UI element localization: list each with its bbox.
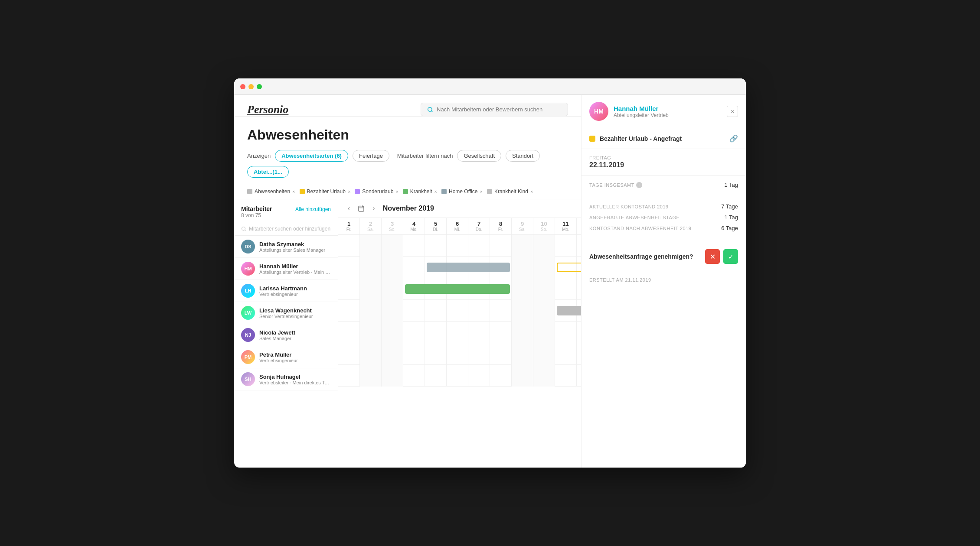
larissa-krankheit-bar[interactable] [405,284,510,294]
avatar-datha: DS [241,240,255,254]
avatar-hannah: HM [241,262,255,276]
employee-row-liesa[interactable]: LW Liesa Wagenknecht Senior Vertriebsing… [234,302,338,324]
employee-search-placeholder: Mitarbeiter suchen oder hinzufügen [249,226,330,232]
calendar-days-header: 1Fr. 2Sa. 3So. 4Mo. 5Di. 6Mi. 7Do. 8Fr. … [338,218,581,235]
cal-cell-datha-3 [382,235,403,257]
chip-krankheit: Krankheit × [403,188,437,195]
liesa-abwesenheit-bar[interactable] [557,306,581,315]
emp-name-larissa: Larissa Hartmann [259,285,331,292]
panel-date-label: Freitag [589,155,738,160]
avatar-larissa: LH [241,284,255,298]
employee-list-count: 8 von 75 [241,212,272,218]
emp-name-datha: Datha Szymanek [259,241,331,247]
cal-cell-datha-1 [338,235,360,257]
absence-type-indicator [589,136,595,142]
cal-day-3: 3So. [382,218,403,234]
chip-home-office: Home Office × [441,188,483,195]
chip-home-office-remove[interactable]: × [480,189,482,194]
cal-day-7: 7Do. [468,218,490,234]
employee-row-larissa[interactable]: LH Larissa Hartmann Vertriebsingenieur [234,280,338,302]
emp-role-liesa: Senior Vertriebsingenieur [259,314,331,319]
avatar-nicola: NJ [241,328,255,342]
employee-row-hannah[interactable]: HM Hannah Müller Abteilungsleiter Vertri… [234,258,338,280]
feiertage-filter[interactable]: Feiertage [353,150,389,162]
search-icon [427,107,433,113]
abteilung-filter[interactable]: Abtei...(1... [247,166,289,178]
approve-button[interactable]: ✓ [723,249,738,264]
employee-row-nicola[interactable]: NJ Nicola Jewett Sales Manager [234,324,338,346]
calendar-next-button[interactable]: › [370,204,377,213]
emp-info-hannah: Hannah Müller Abteilungsleiter Vertrieb … [259,263,331,275]
panel-avatar: HM [589,102,608,121]
cal-day-9: 9Sa. [512,218,533,234]
tage-insgesamt-value: 1 Tag [724,182,738,188]
link-icon[interactable]: 🔗 [729,134,738,143]
calendar-icon[interactable] [358,205,365,212]
emp-role-hannah: Abteilungsleiter Vertrieb · Mein dire... [259,270,331,275]
emp-info-datha: Datha Szymanek Abteilungsleiter Sales Ma… [259,241,331,253]
svg-point-1 [242,227,245,231]
abwesenheitsarten-filter[interactable]: Abwesenheitsarten (6) [275,150,348,162]
maximize-window-button[interactable] [257,84,262,89]
chip-bezahlter-urlaub-remove[interactable]: × [348,189,350,194]
approve-label: Abwesenheitsanfrage genehmigen? [589,253,693,260]
gesellschaft-filter[interactable]: Gesellschaft [457,150,501,162]
search-input[interactable] [437,106,562,113]
app-window: Personio Abwesenheiten Anzeigen Abwesenh… [234,78,746,468]
hannah-home-office-bar[interactable] [427,263,510,272]
panel-close-button[interactable]: × [727,106,738,117]
search-bar[interactable] [421,103,568,116]
panel-absence-type: Bezahlter Urlaub - Angefragt 🔗 [581,128,746,149]
chip-abwesenheiten-remove[interactable]: × [292,189,295,194]
chip-krankheit-remove[interactable]: × [434,189,437,194]
panel-employee-info: Hannah Müller Abteilungsleiter Vertrieb [614,105,669,118]
employee-row-sonja[interactable]: SH Sonja Hufnagel Vertriebsleiter · Mein… [234,368,338,390]
tage-insgesamt-label: TAGE INSGESAMT i [589,182,642,188]
emp-info-larissa: Larissa Hartmann Vertriebsingenieur [259,285,331,297]
svg-rect-2 [359,206,364,211]
reject-button[interactable]: ✕ [705,249,720,264]
chip-sonderurlaub-remove[interactable]: × [395,189,398,194]
svg-point-0 [428,107,432,111]
panel-date-section: Freitag 22.11.2019 [581,149,746,176]
emp-role-nicola: Sales Manager [259,336,331,341]
panel-employee-role: Abteilungsleiter Vertrieb [614,112,669,118]
cal-row-petra [338,343,581,365]
calendar-grid: 1Fr. 2Sa. 3So. 4Mo. 5Di. 6Mi. 7Do. 8Fr. … [338,218,581,468]
add-all-button[interactable]: Alle hinzufügen [295,206,331,212]
chip-krankheit-kind-remove[interactable]: × [530,189,533,194]
titlebar [234,78,746,95]
panel-created: ERSTELLT AM 21.11.2019 [581,271,746,289]
standort-filter[interactable]: Standort [506,150,540,162]
cal-day-4: 4Mo. [403,218,425,234]
cal-row-datha [338,235,581,257]
avatar-petra: PM [241,350,255,364]
cal-row-liesa [338,300,581,322]
employee-row-datha[interactable]: DS Datha Szymanek Abteilungsleiter Sales… [234,236,338,258]
hannah-urlaub-bar[interactable] [557,263,581,272]
employee-search-bar[interactable]: Mitarbeiter suchen oder hinzufügen [241,226,331,232]
chip-abwesenheiten: Abwesenheiten × [247,188,295,195]
chip-bezahlter-urlaub: Bezahlter Urlaub × [300,188,351,195]
employee-row-petra[interactable]: PM Petra Müller Vertriebsingenieur [234,346,338,368]
kontostand-nach-label: KONTOSTAND NACH ABWESENHEIT 2019 [589,226,691,231]
page-header: Abwesenheiten [234,117,581,150]
kontostand-row: AKTUELLER KONTOSTAND 2019 7 Tage [589,203,738,210]
emp-name-petra: Petra Müller [259,351,331,358]
emp-name-hannah: Hannah Müller [259,263,331,270]
close-window-button[interactable] [240,84,245,89]
minimize-window-button[interactable] [248,84,254,89]
absence-type-name: Bezahlter Urlaub - Angefragt [600,135,725,142]
logo: Personio [247,103,288,116]
panel-date-value: 22.11.2019 [589,161,738,169]
traffic-lights [240,84,262,89]
emp-info-liesa: Liesa Wagenknecht Senior Vertriebsingeni… [259,307,331,319]
avatar-liesa: LW [241,306,255,320]
info-icon[interactable]: i [636,182,642,188]
angefragte-row: ANGEFRAGTE ABWESENHEITSTAGE 1 Tag [589,214,738,221]
filter-bar: Anzeigen Abwesenheitsarten (6) Feiertage… [234,150,581,184]
emp-name-liesa: Liesa Wagenknecht [259,307,331,314]
kontostand-value: 7 Tage [721,203,738,210]
emp-role-petra: Vertriebsingenieur [259,358,331,363]
calendar-prev-button[interactable]: ‹ [345,204,353,213]
